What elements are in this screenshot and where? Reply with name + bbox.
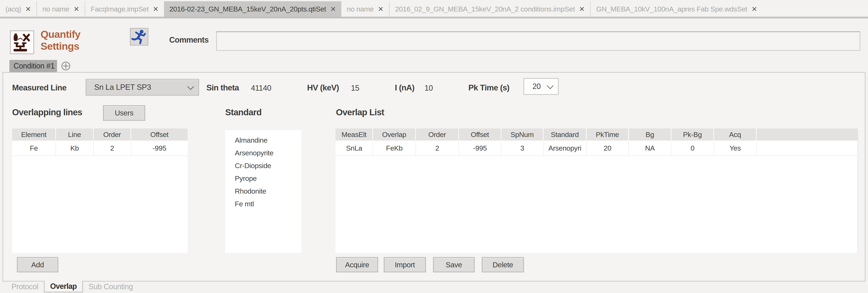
table-row[interactable]: Fe Kb 2 -995 xyxy=(12,140,188,156)
list-item[interactable]: Fe mtl xyxy=(225,198,302,210)
doc-tab-acq[interactable]: (acq) ✕ xyxy=(0,1,36,17)
measured-line-label: Measured Line xyxy=(12,83,66,92)
cell-pktime: 20 xyxy=(587,140,629,156)
pk-time-value: 20 xyxy=(532,82,540,91)
quantify-settings-window: (acq) ✕ no name ✕ FacqImage.impSet ✕ 201… xyxy=(0,0,868,293)
doc-tab-label: 2016-02-23_GN_MEBA_15keV_20nA_20pts.qtiS… xyxy=(169,5,326,13)
sin-theta-value: 41140 xyxy=(251,84,271,93)
measured-line-select[interactable]: Sn La LPET SP3 xyxy=(86,79,199,96)
pk-time-select[interactable]: 20 xyxy=(524,78,559,95)
close-icon[interactable]: ✕ xyxy=(25,5,31,13)
column-header[interactable]: PkTime xyxy=(587,128,629,140)
cell-overlap: FeKb xyxy=(373,140,416,156)
cell-offset: -995 xyxy=(131,140,188,156)
current-value: 10 xyxy=(425,84,433,93)
save-button[interactable]: Save xyxy=(433,257,475,272)
import-button[interactable]: Import xyxy=(384,257,426,272)
condition-panel: Measured Line Sn La LPET SP3 Sin theta 4… xyxy=(2,72,866,282)
column-header[interactable]: Standard xyxy=(544,128,587,140)
doc-tab-facqimage[interactable]: FacqImage.impSet ✕ xyxy=(85,1,164,17)
page-title-line1: Quantify xyxy=(40,28,81,40)
comments-input[interactable] xyxy=(216,31,860,51)
running-person-icon xyxy=(131,29,147,44)
close-icon[interactable]: ✕ xyxy=(153,5,158,13)
cell-acq: Yes xyxy=(714,140,757,156)
delete-button[interactable]: Delete xyxy=(482,257,524,272)
bottom-tab-bar: Protocol Overlap Sub Counting xyxy=(6,281,138,292)
cell-empty xyxy=(757,140,858,156)
table-header-row: MeasElt Overlap Order Offset SpNum Stand… xyxy=(336,128,858,140)
column-header[interactable]: SpNum xyxy=(501,128,544,140)
cell-element: Fe xyxy=(12,140,56,156)
column-header[interactable]: Bg xyxy=(629,128,672,140)
column-header[interactable]: Overlap xyxy=(373,128,416,140)
standard-list: Almandine Arsenopyrite Cr-Diopside Pyrop… xyxy=(225,130,302,253)
doc-tab-qtiset-active[interactable]: 2016-02-23_GN_MEBA_15keV_20nA_20pts.qtiS… xyxy=(164,1,341,17)
tab-protocol[interactable]: Protocol xyxy=(6,281,44,292)
cell-standard: Arsenopyri xyxy=(544,140,587,156)
tab-sub-counting[interactable]: Sub Counting xyxy=(83,281,138,292)
table-row[interactable]: SnLa FeKb 2 -995 3 Arsenopyri 20 NA 0 Ye… xyxy=(336,140,858,156)
doc-tab-no-name-2[interactable]: no name ✕ xyxy=(341,1,389,17)
page-title: Quantify Settings xyxy=(40,28,81,52)
add-condition-icon[interactable] xyxy=(61,62,70,70)
overlapping-lines-table: Element Line Order Offset Fe Kb 2 -995 xyxy=(12,128,188,253)
overlap-list-table: MeasElt Overlap Order Offset SpNum Stand… xyxy=(336,128,858,253)
users-button[interactable]: Users xyxy=(103,105,145,121)
column-header[interactable]: Acq xyxy=(714,128,757,140)
comments-label: Comments xyxy=(169,35,209,44)
chevron-down-icon xyxy=(547,82,554,89)
cell-order: 2 xyxy=(94,140,131,156)
add-button[interactable]: Add xyxy=(17,257,58,272)
list-item[interactable]: Almandine xyxy=(225,134,302,146)
doc-tab-label: no name xyxy=(42,5,69,13)
column-header xyxy=(757,128,858,140)
cell-line: Kb xyxy=(56,140,94,156)
tab-label: Protocol xyxy=(11,282,38,291)
close-icon[interactable]: ✕ xyxy=(330,5,336,13)
close-icon[interactable]: ✕ xyxy=(579,5,585,13)
run-acquisition-button[interactable] xyxy=(130,28,148,45)
list-item[interactable]: Cr-Diopside xyxy=(225,159,302,172)
acquire-button[interactable]: Acquire xyxy=(336,257,378,272)
condition-tab-label: Condition #1 xyxy=(13,62,55,70)
column-header[interactable]: Offset xyxy=(459,128,501,140)
cell-offset: -995 xyxy=(459,140,501,156)
column-header[interactable]: Element xyxy=(12,128,56,140)
column-header[interactable]: Offset xyxy=(131,128,188,140)
tab-overlap[interactable]: Overlap xyxy=(44,281,83,292)
cell-spnum: 3 xyxy=(501,140,544,156)
cell-bg: NA xyxy=(629,140,672,156)
doc-tab-label: 2016_02_9_GN_MEBA_15keV_20nA_2 condition… xyxy=(395,5,575,13)
doc-tab-no-name-1[interactable]: no name ✕ xyxy=(36,1,85,17)
balance-flask-icon xyxy=(12,33,32,52)
column-header[interactable]: Order xyxy=(416,128,459,140)
column-header[interactable]: Pk-Bg xyxy=(672,128,714,140)
column-header[interactable]: MeasElt xyxy=(336,128,373,140)
close-icon[interactable]: ✕ xyxy=(751,5,757,13)
doc-tab-label: (acq) xyxy=(5,5,21,13)
column-header[interactable]: Order xyxy=(94,128,131,140)
tab-label: Overlap xyxy=(50,282,77,291)
standard-title: Standard xyxy=(225,107,261,117)
table-header-row: Element Line Order Offset xyxy=(12,128,188,140)
hv-label: HV (keV) xyxy=(307,83,339,92)
tab-label: Sub Counting xyxy=(89,282,133,291)
list-item[interactable]: Pyrope xyxy=(225,172,302,185)
chevron-down-icon xyxy=(187,83,194,90)
page-title-line2: Settings xyxy=(40,40,81,52)
doc-tab-wdsset[interactable]: GN_MEBA_10kV_100nA_apres Fab Spe.wdsSet … xyxy=(590,1,763,17)
close-icon[interactable]: ✕ xyxy=(378,5,383,13)
condition-tab-1[interactable]: Condition #1 xyxy=(9,60,57,72)
list-item[interactable]: Arsenopyrite xyxy=(225,146,302,159)
doc-tab-impset[interactable]: 2016_02_9_GN_MEBA_15keV_20nA_2 condition… xyxy=(389,1,590,17)
cell-pk-bg: 0 xyxy=(672,140,714,156)
hv-value: 15 xyxy=(351,84,359,93)
measured-line-value: Sn La LPET SP3 xyxy=(94,83,151,92)
cell-measelt: SnLa xyxy=(336,140,373,156)
doc-tab-label: FacqImage.impSet xyxy=(91,5,149,13)
column-header[interactable]: Line xyxy=(56,128,94,140)
close-icon[interactable]: ✕ xyxy=(73,5,79,13)
list-item[interactable]: Rhodonite xyxy=(225,185,302,198)
quantify-settings-icon xyxy=(10,31,34,54)
